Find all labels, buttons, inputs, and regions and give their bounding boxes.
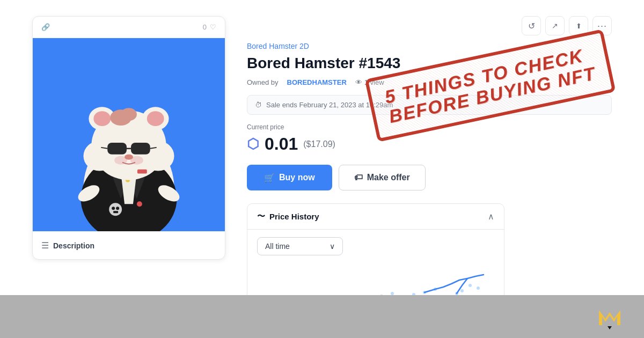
make-offer-button[interactable]: 🏷 Make offer (339, 165, 426, 190)
price-history-label: Price History (269, 212, 319, 221)
price-usd: ($17.09) (303, 139, 335, 149)
bottom-bar (0, 295, 644, 338)
time-filter-select[interactable]: All time ∨ (257, 237, 343, 255)
hamster-illustration (33, 38, 225, 231)
chevron-down-icon: ∨ (330, 242, 335, 251)
sale-end-text: Sale ends February 21, 2023 at 10:29am (266, 101, 393, 109)
eth-icon: ⬡ (247, 136, 259, 152)
svg-point-33 (380, 295, 383, 295)
hamburger-icon: ☰ (41, 240, 49, 251)
price-history-body: All time ∨ (247, 229, 504, 295)
eye-icon: 👁 (355, 78, 362, 86)
time-filter-label: All time (265, 242, 290, 251)
description-label: Description (53, 241, 94, 250)
svg-point-34 (391, 292, 394, 295)
price-chart (257, 264, 494, 295)
timer-icon: ⏱ (255, 101, 262, 109)
svg-rect-10 (113, 211, 118, 213)
tag-icon: 🏷 (354, 173, 363, 182)
collection-link[interactable]: Bored Hamster 2D (247, 42, 612, 50)
sale-banner: ⏱ Sale ends February 21, 2023 at 10:29am (247, 95, 612, 115)
price-history-header[interactable]: 〜 Price History ∧ (247, 204, 504, 229)
chevron-up-icon: ∧ (488, 211, 494, 222)
price-value: ⬡ 0.01 ($17.09) (247, 134, 612, 154)
link-icon: 🔗 (41, 23, 50, 31)
main-content: 🔗 0 ♡ (0, 0, 644, 295)
svg-point-27 (125, 155, 133, 160)
nft-card-header: 🔗 0 ♡ (33, 17, 225, 38)
price-history-section: 〜 Price History ∧ All time ∨ (247, 203, 504, 295)
cart-icon: 🛒 (264, 173, 275, 183)
refresh-icon: ↺ (528, 21, 535, 31)
external-link-icon: ↗ (552, 21, 558, 30)
svg-point-7 (109, 203, 122, 216)
refresh-button[interactable]: ↺ (522, 16, 541, 35)
price-eth: 0.01 (265, 134, 298, 154)
svg-marker-44 (599, 310, 620, 325)
action-buttons: 🛒 Buy now 🏷 Make offer (247, 165, 612, 190)
chart-svg (371, 267, 489, 295)
share-icon: ⬆ (576, 22, 582, 30)
nft-card-header-left: 🔗 (41, 23, 50, 31)
svg-point-8 (112, 207, 115, 210)
svg-point-36 (412, 293, 415, 295)
more-icon: ··· (597, 20, 607, 32)
svg-rect-20 (107, 143, 127, 155)
nft-card: 🔗 0 ♡ (32, 16, 225, 260)
owner-name[interactable]: BOREDHAMSTER (287, 78, 347, 86)
nft-card-header-right: 0 ♡ (203, 23, 216, 31)
more-button[interactable]: ··· (592, 16, 612, 35)
price-label: Current price (247, 123, 612, 131)
price-history-title-row: 〜 Price History (257, 211, 319, 222)
owner-row: Owned by BOREDHAMSTER 👁 1 view (247, 78, 612, 86)
chart-icon: 〜 (257, 211, 265, 222)
svg-rect-21 (131, 143, 150, 155)
action-icons-row: ↺ ↗ ⬆ ··· (247, 16, 612, 35)
nft-image (33, 38, 225, 231)
svg-point-43 (477, 286, 480, 290)
svg-point-42 (469, 284, 472, 287)
nft-title: Bored Hamster #1543 (247, 55, 612, 72)
nft-card-footer: ☰ Description (33, 231, 225, 259)
svg-point-19 (147, 111, 164, 126)
share-button[interactable]: ⬆ (569, 16, 588, 35)
svg-rect-32 (137, 170, 147, 174)
svg-point-41 (460, 289, 464, 292)
brand-logo (597, 304, 623, 329)
views-row: 👁 1 view (355, 78, 384, 86)
svg-point-29 (121, 108, 137, 121)
owner-prefix: Owned by (247, 78, 279, 86)
heart-icon: ♡ (210, 23, 216, 31)
make-offer-label: Make offer (367, 173, 410, 182)
buy-now-label: Buy now (279, 173, 315, 182)
svg-marker-45 (608, 326, 612, 329)
views-count: 1 view (364, 78, 384, 86)
buy-now-button[interactable]: 🛒 Buy now (247, 165, 332, 190)
price-section: Current price ⬡ 0.01 ($17.09) (247, 123, 612, 154)
svg-point-12 (137, 201, 142, 207)
external-link-button[interactable]: ↗ (545, 16, 565, 35)
svg-point-18 (93, 111, 111, 126)
nft-detail-panel: ↺ ↗ ⬆ ··· Bored Hamster 2D Bored Hamster… (247, 16, 612, 295)
svg-point-9 (116, 207, 119, 210)
like-count: 0 (203, 23, 207, 31)
